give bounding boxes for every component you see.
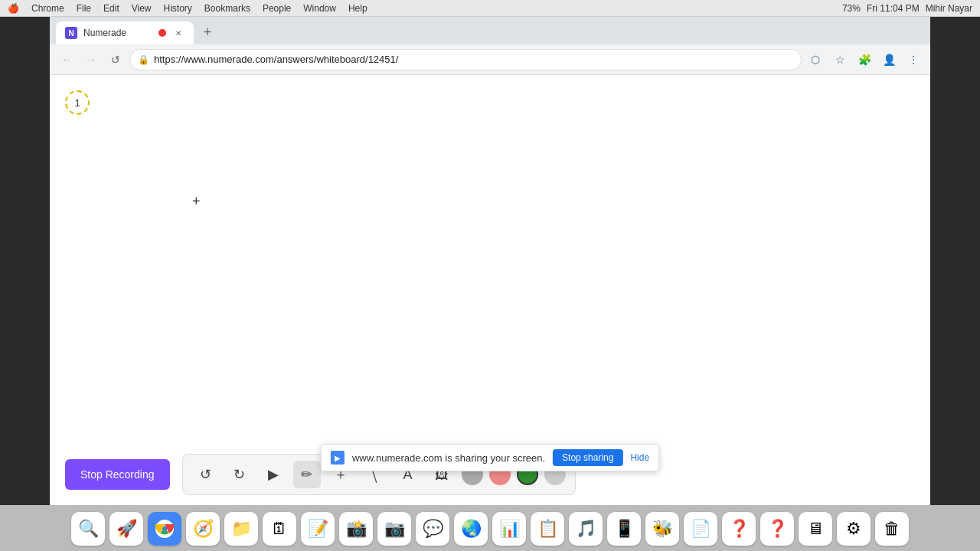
tab-close-button[interactable]: ✕	[172, 27, 185, 39]
dock-screen-record[interactable]: 🖥	[799, 512, 832, 546]
bookmark-button[interactable]: ☆	[829, 49, 851, 70]
chrome-window: N Numerade ✕ + ← → ↺ 🔒 https://www.numer…	[50, 17, 930, 505]
menu-window[interactable]: Window	[303, 3, 336, 14]
menu-file[interactable]: File	[77, 3, 91, 14]
redo-button[interactable]: ↻	[226, 461, 253, 488]
back-button[interactable]: ←	[56, 49, 77, 70]
undo-icon: ↺	[200, 466, 211, 483]
dock-numbers[interactable]: 📊	[492, 512, 526, 546]
dock-launchpad[interactable]: 🚀	[109, 512, 143, 546]
menu-button[interactable]: ⋮	[903, 49, 924, 70]
nav-right-buttons: ⬡ ☆ 🧩 👤 ⋮	[805, 49, 924, 70]
lock-icon: 🔒	[138, 54, 149, 65]
address-bar[interactable]: 🔒 https://www.numerade.com/answers/white…	[129, 49, 802, 70]
menu-help[interactable]: Help	[348, 3, 368, 14]
extensions-button[interactable]: 🧩	[854, 49, 875, 70]
page-number: 1	[74, 97, 80, 109]
new-tab-button[interactable]: +	[197, 21, 218, 43]
cursor-crosshair: +	[192, 194, 201, 210]
select-icon: ▶	[268, 466, 279, 483]
tab-recording-indicator	[158, 29, 166, 37]
reload-button[interactable]: ↺	[105, 49, 126, 70]
dock-notes[interactable]: 📝	[301, 512, 335, 546]
redo-icon: ↻	[234, 466, 245, 483]
menu-chrome[interactable]: Chrome	[31, 3, 64, 14]
dock-help-1[interactable]: ❓	[722, 512, 756, 546]
dock-keynote[interactable]: 📋	[531, 512, 564, 546]
tab-bar: N Numerade ✕ +	[50, 17, 930, 44]
stop-sharing-button[interactable]: Stop sharing	[553, 449, 622, 466]
right-strip	[930, 17, 980, 505]
menu-history[interactable]: History	[164, 3, 192, 14]
menu-people[interactable]: People	[263, 3, 291, 14]
page-indicator: 1	[65, 90, 90, 115]
svg-text:N: N	[68, 29, 74, 37]
user-name: Mihir Nayar	[926, 3, 972, 14]
apple-menu[interactable]: 🍎	[8, 3, 19, 14]
mac-menu-bar[interactable]: 🍎 Chrome File Edit View History Bookmark…	[8, 3, 368, 14]
sharing-icon: ▶	[331, 451, 345, 465]
dock-maps[interactable]: 🌏	[454, 512, 488, 546]
tab-favicon: N	[65, 27, 77, 39]
mac-os-bar: 🍎 Chrome File Edit View History Bookmark…	[0, 0, 980, 17]
dock-photos[interactable]: 📸	[339, 512, 373, 546]
navigation-bar: ← → ↺ 🔒 https://www.numerade.com/answers…	[50, 44, 930, 75]
whiteboard-area[interactable]: 1 + Stop Recording ↺ ↻ ▶ ✏	[50, 75, 930, 505]
stop-recording-button[interactable]: Stop Recording	[65, 459, 170, 490]
dock-facetime[interactable]: 📷	[377, 512, 411, 546]
dock-calendar[interactable]: 🗓	[263, 512, 296, 546]
cast-button[interactable]: ⬡	[805, 49, 826, 70]
tab-title: Numerade	[83, 28, 152, 38]
left-strip	[0, 17, 50, 505]
dock-appstore[interactable]: 📱	[607, 512, 641, 546]
dock-chrome[interactable]	[148, 512, 181, 546]
menu-view[interactable]: View	[132, 3, 152, 14]
dock-trash[interactable]: 🗑	[875, 512, 909, 546]
pen-tool[interactable]: ✏	[293, 461, 321, 488]
dock-script-editor[interactable]: 🐝	[645, 512, 679, 546]
hide-sharing-bar-button[interactable]: Hide	[630, 452, 649, 463]
url-text: https://www.numerade.com/answers/whitebo…	[154, 54, 398, 65]
select-tool[interactable]: ▶	[260, 461, 287, 488]
forward-button[interactable]: →	[80, 49, 102, 70]
menu-bookmarks[interactable]: Bookmarks	[204, 3, 250, 14]
profile-button[interactable]: 👤	[878, 49, 900, 70]
pen-icon: ✏	[301, 466, 312, 483]
active-tab[interactable]: N Numerade ✕	[56, 21, 194, 44]
mac-status-bar: 73% Fri 11:04 PM Mihir Nayar	[842, 3, 972, 14]
mac-dock: 🔍 🚀 🧭 📁 🗓 📝 📸 📷 💬 🌏 📊 📋 🎵 📱 🐝 📄 ❓ ❓ 🖥 ⚙ …	[0, 505, 980, 551]
dock-finder[interactable]: 🔍	[71, 512, 105, 546]
dock-settings[interactable]: ⚙	[837, 512, 871, 546]
undo-button[interactable]: ↺	[192, 461, 220, 488]
dock-music[interactable]: 🎵	[569, 512, 603, 546]
sharing-message: www.numerade.com is sharing your screen.	[352, 452, 545, 464]
dock-finder-2[interactable]: 📁	[224, 512, 258, 546]
dock-safari[interactable]: 🧭	[186, 512, 220, 546]
dock-messages[interactable]: 💬	[416, 512, 449, 546]
battery-status: 73%	[842, 3, 861, 14]
menu-edit[interactable]: Edit	[103, 3, 119, 14]
dock-acrobat[interactable]: 📄	[684, 512, 717, 546]
screen-sharing-bar: ▶ www.numerade.com is sharing your scree…	[321, 444, 659, 471]
clock: Fri 11:04 PM	[867, 3, 920, 14]
dock-help-2[interactable]: ❓	[760, 512, 794, 546]
